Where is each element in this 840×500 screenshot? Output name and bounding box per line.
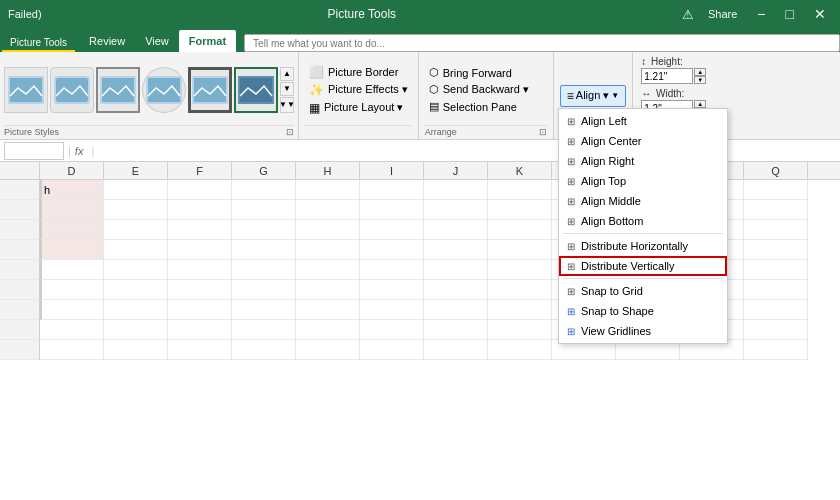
title-bar-right: ⚠ Share − □ ✕ — [682, 4, 832, 24]
col-header-H[interactable]: H — [296, 162, 360, 179]
menu-snap-to-grid[interactable]: ⊞ Snap to Grid — [559, 281, 727, 301]
picture-border-btn[interactable]: ⬜ Picture Border — [305, 64, 412, 80]
picture-layout-btn[interactable]: ▦ Picture Layout ▾ — [305, 100, 412, 116]
picture-effects-btn[interactable]: ✨ Picture Effects ▾ — [305, 82, 412, 98]
pic-style-4[interactable] — [142, 67, 186, 113]
formula-divider: | — [68, 145, 71, 157]
menu-distribute-v[interactable]: ⊞ Distribute Vertically — [559, 256, 727, 276]
tab-review[interactable]: Review — [79, 30, 135, 52]
menu-align-top[interactable]: ⊞ Align Top — [559, 171, 727, 191]
failed-text: Failed) — [8, 8, 42, 20]
selection-pane-btn[interactable]: ▤ Selection Pane — [425, 99, 547, 114]
close-button[interactable]: ✕ — [808, 4, 832, 24]
col-header-J[interactable]: J — [424, 162, 488, 179]
height-spinner: ▲ ▼ — [694, 68, 706, 84]
warning-icon: ⚠ — [682, 7, 694, 22]
align-right-icon: ⊞ — [567, 156, 575, 167]
app-title: Picture Tools — [328, 7, 396, 21]
col-header-K[interactable]: K — [488, 162, 552, 179]
style-more[interactable]: ▼▼ — [280, 97, 294, 113]
align-center-icon: ⊞ — [567, 136, 575, 147]
menu-align-center[interactable]: ⊞ Align Center — [559, 131, 727, 151]
picture-styles-section: ▲ ▼ ▼▼ Picture Styles ⊡ — [0, 52, 299, 139]
height-increment[interactable]: ▲ — [694, 68, 706, 76]
style-scroll-down[interactable]: ▼ — [280, 82, 294, 96]
tab-view[interactable]: View — [135, 30, 179, 52]
share-button[interactable]: Share — [702, 8, 743, 20]
picture-format-section: ⬜ Picture Border ✨ Picture Effects ▾ ▦ P… — [299, 52, 419, 139]
row-header-spacer — [0, 162, 40, 179]
bring-forward-btn[interactable]: ⬡ Bring Forward — [425, 65, 547, 80]
maximize-button[interactable]: □ — [780, 4, 800, 24]
send-backward-icon: ⬡ — [429, 83, 439, 96]
cell-D2[interactable] — [40, 200, 104, 220]
minimize-button[interactable]: − — [751, 4, 771, 24]
style-arrows: ▲ ▼ ▼▼ — [280, 67, 294, 113]
pic-style-3[interactable] — [96, 67, 140, 113]
send-backward-btn[interactable]: ⬡ Send Backward ▾ — [425, 82, 547, 97]
ribbon: ▲ ▼ ▼▼ Picture Styles ⊡ ⬜ Picture Border… — [0, 52, 840, 140]
cell-Q1[interactable] — [744, 180, 808, 200]
pic-style-2[interactable] — [50, 67, 94, 113]
cell-F1[interactable] — [168, 180, 232, 200]
cell-D1[interactable]: h — [40, 180, 104, 200]
title-bar: Failed) Picture Tools ⚠ Share − □ ✕ — [0, 0, 840, 28]
menu-separator-1 — [563, 233, 723, 234]
ribbon-tabs-container: Picture Tools Review View Format — [0, 28, 840, 52]
formula-fx: fx — [75, 145, 84, 157]
height-icon: ↕ — [641, 56, 646, 67]
align-btn[interactable]: ≡ Align ▾ ▼ — [560, 85, 626, 107]
snap-grid-icon: ⊞ — [567, 286, 575, 297]
picture-effects-icon: ✨ — [309, 83, 324, 97]
align-middle-icon: ⊞ — [567, 196, 575, 207]
cell-H1[interactable] — [296, 180, 360, 200]
title-bar-center: Picture Tools — [328, 7, 396, 21]
align-dropdown-menu: ⊞ Align Left ⊞ Align Center ⊞ Align Righ… — [558, 108, 728, 344]
align-icon: ≡ — [567, 89, 574, 103]
col-header-F[interactable]: F — [168, 162, 232, 179]
format-buttons: ⬜ Picture Border ✨ Picture Effects ▾ ▦ P… — [305, 54, 412, 125]
col-header-Q[interactable]: Q — [744, 162, 808, 179]
col-header-I[interactable]: I — [360, 162, 424, 179]
name-box[interactable] — [4, 142, 64, 160]
search-input[interactable] — [244, 34, 840, 52]
menu-align-middle[interactable]: ⊞ Align Middle — [559, 191, 727, 211]
search-area — [244, 34, 840, 52]
row-header-1 — [0, 180, 40, 200]
cell-J1[interactable] — [424, 180, 488, 200]
cell-E2[interactable] — [104, 200, 168, 220]
col-header-D[interactable]: D — [40, 162, 104, 179]
cell-G1[interactable] — [232, 180, 296, 200]
menu-align-left[interactable]: ⊞ Align Left — [559, 111, 727, 131]
col-header-E[interactable]: E — [104, 162, 168, 179]
pic-style-5[interactable] — [188, 67, 232, 113]
cell-K1[interactable] — [488, 180, 552, 200]
arrange-expand[interactable]: ⊡ — [539, 127, 547, 137]
cell-I1[interactable] — [360, 180, 424, 200]
picture-tools-tab-group: Picture Tools — [2, 28, 75, 52]
menu-view-gridlines[interactable]: ⊞ View Gridlines — [559, 321, 727, 341]
pic-style-1[interactable] — [4, 67, 48, 113]
bring-forward-icon: ⬡ — [429, 66, 439, 79]
selection-pane-icon: ▤ — [429, 100, 439, 113]
height-decrement[interactable]: ▼ — [694, 76, 706, 84]
tab-format[interactable]: Format — [179, 30, 236, 52]
style-scroll-up[interactable]: ▲ — [280, 67, 294, 81]
width-increment[interactable]: ▲ — [694, 100, 706, 108]
pic-style-6[interactable] — [234, 67, 278, 113]
col-header-G[interactable]: G — [232, 162, 296, 179]
picture-styles-thumbnails: ▲ ▼ ▼▼ — [4, 54, 294, 125]
row-header-2 — [0, 200, 40, 220]
picture-styles-expand[interactable]: ⊡ — [286, 127, 294, 137]
menu-snap-to-shape[interactable]: ⊞ Snap to Shape — [559, 301, 727, 321]
menu-align-bottom[interactable]: ⊞ Align Bottom — [559, 211, 727, 231]
title-bar-left: Failed) — [8, 8, 42, 20]
menu-align-right[interactable]: ⊞ Align Right — [559, 151, 727, 171]
picture-tools-label: Picture Tools — [2, 28, 75, 52]
height-input[interactable] — [641, 68, 693, 84]
formula-divider2: | — [91, 145, 94, 157]
cell-E1[interactable] — [104, 180, 168, 200]
menu-distribute-h[interactable]: ⊞ Distribute Horizontally — [559, 236, 727, 256]
width-icon: ↔ — [641, 88, 651, 99]
menu-separator-2 — [563, 278, 723, 279]
